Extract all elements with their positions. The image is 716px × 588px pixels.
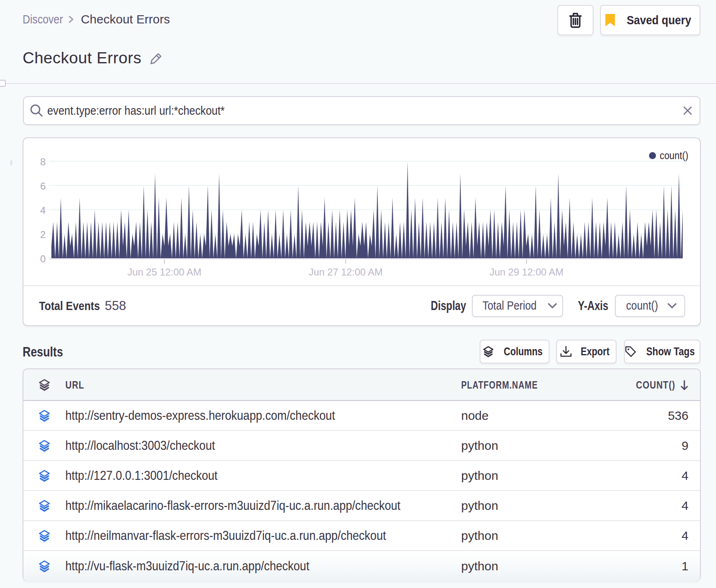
svg-text:6: 6 bbox=[40, 181, 46, 192]
svg-text:8: 8 bbox=[40, 156, 46, 167]
svg-text:Jun 27 12:00 AM: Jun 27 12:00 AM bbox=[309, 266, 383, 278]
svg-text:Jun 25 12:00 AM: Jun 25 12:00 AM bbox=[127, 266, 201, 278]
svg-text:Jun 29 12:00 AM: Jun 29 12:00 AM bbox=[490, 266, 564, 278]
svg-text:4: 4 bbox=[40, 205, 46, 216]
svg-text:0: 0 bbox=[40, 253, 46, 264]
svg-text:2: 2 bbox=[40, 229, 46, 240]
